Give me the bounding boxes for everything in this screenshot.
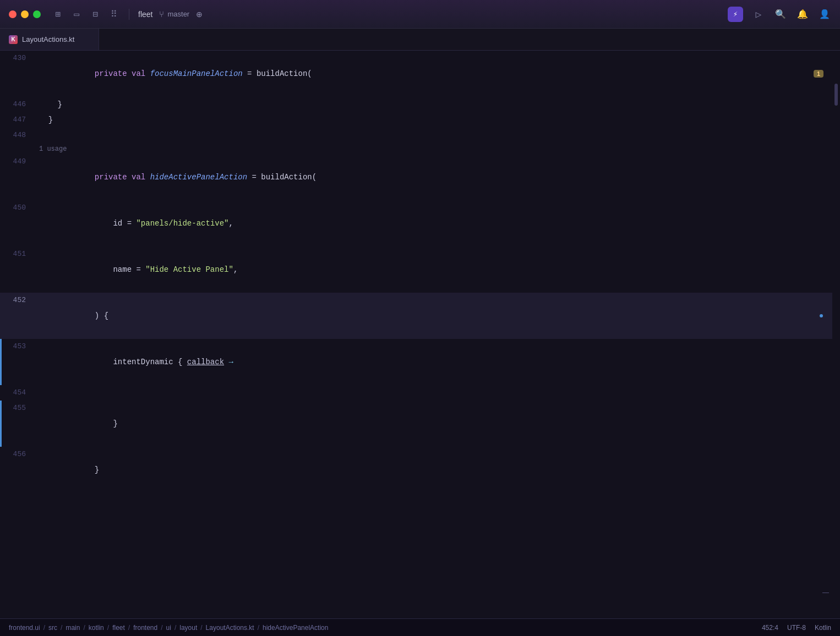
line-content: }: [37, 97, 832, 112]
run-icon[interactable]: ⚡: [728, 7, 743, 22]
line-number: 456: [2, 447, 37, 493]
line-number: 455: [2, 401, 37, 447]
bell-icon[interactable]: 🔔: [796, 8, 809, 21]
dot-indicator: [820, 314, 823, 317]
sidebar-toggle-icon[interactable]: ⊞: [52, 8, 64, 20]
breadcrumb-sep: /: [83, 624, 85, 632]
operator: =: [247, 173, 261, 182]
file-encoding: UTF-8: [787, 624, 806, 632]
search-icon[interactable]: 🔍: [774, 8, 787, 21]
table-row: 451 name = "Hide Active Panel",: [0, 246, 832, 293]
line-content: }: [37, 112, 832, 128]
breadcrumb-part: frontend.ui: [9, 624, 40, 632]
tabbar: K LayoutActions.kt: [0, 29, 840, 51]
table-row: 430 private val focusMainPanelAction = b…: [0, 51, 832, 97]
breadcrumb-sep: /: [258, 624, 259, 632]
line-number: 452: [2, 293, 37, 339]
line-content: ) {: [37, 293, 810, 339]
code-text: ) {: [95, 311, 108, 320]
brace: }: [95, 465, 99, 474]
breadcrumb-sep: /: [161, 624, 162, 632]
app-name: fleet: [138, 10, 152, 19]
panel-toggle-icon[interactable]: ▭: [70, 8, 83, 20]
line-number: 451: [2, 246, 37, 293]
scrollbar-thumb[interactable]: [834, 84, 838, 106]
breadcrumb-sep: /: [200, 624, 202, 632]
usage-badge: 1: [814, 70, 823, 78]
titlebar-separator: [129, 9, 129, 20]
keyword: private: [95, 173, 132, 182]
table-row: 456 }: [0, 447, 832, 493]
function-name: focusMainPanelAction: [150, 69, 243, 78]
breadcrumb-part: hideActivePanelAction: [263, 624, 328, 632]
table-row: 454: [0, 385, 832, 401]
line-number: 447: [2, 112, 37, 128]
file-language: Kotlin: [815, 624, 831, 632]
arrow-operator: →: [224, 358, 233, 366]
line-number: 430: [2, 51, 37, 97]
line-number: 449: [2, 154, 37, 200]
brace: }: [39, 100, 62, 109]
function-call: buildAction(: [261, 173, 317, 182]
grid-icon[interactable]: ⠿: [108, 8, 120, 20]
code-text: name =: [95, 265, 145, 274]
table-row: 455 }: [0, 401, 832, 447]
breadcrumb-part: fleet: [112, 624, 125, 632]
code-text: intentDynamic {: [95, 358, 187, 366]
cursor-position: 452:4: [762, 624, 778, 632]
statusbar: frontend.ui / src / main / kotlin / flee…: [0, 618, 840, 636]
minimize-button[interactable]: [21, 10, 29, 18]
code-text: }: [95, 419, 118, 428]
editor-container: 430 private val focusMainPanelAction = b…: [0, 51, 840, 618]
table-row: 453 intentDynamic { callback →: [0, 339, 832, 385]
code-text: id =: [95, 219, 137, 228]
branch-icon: ⑂: [159, 9, 164, 19]
string-value: "panels/hide-active": [136, 219, 228, 228]
breadcrumb-part: layout: [179, 624, 197, 632]
line-number: [2, 143, 37, 154]
branch-name: master: [167, 10, 189, 18]
function-call: buildAction(: [257, 69, 312, 78]
breadcrumb-part: LayoutActions.kt: [206, 624, 254, 632]
breadcrumb-sep: /: [128, 624, 130, 632]
user-profile-icon[interactable]: 👤: [818, 8, 831, 21]
line-content: }: [37, 401, 832, 447]
breadcrumb-sep: /: [174, 624, 176, 632]
keyword-val: val: [132, 173, 150, 182]
operator: =: [243, 69, 257, 78]
line-content: name = "Hide Active Panel",: [37, 246, 832, 293]
code-editor[interactable]: 430 private val focusMainPanelAction = b…: [0, 51, 832, 618]
breadcrumb-part: frontend: [133, 624, 157, 632]
close-button[interactable]: [9, 10, 17, 18]
comma: ,: [233, 265, 238, 274]
line-number: 448: [2, 128, 37, 143]
tab-layout-actions[interactable]: K LayoutActions.kt: [0, 29, 99, 50]
table-row: 450 id = "panels/hide-active",: [0, 200, 832, 246]
line-content: id = "panels/hide-active",: [37, 200, 832, 246]
line-number: 446: [2, 97, 37, 112]
branch-info[interactable]: ⑂ master: [159, 9, 189, 19]
scrollbar[interactable]: [832, 51, 840, 618]
breadcrumb-sep: /: [43, 624, 45, 632]
statusbar-right: 452:4 UTF-8 Kotlin: [762, 624, 831, 632]
play-icon[interactable]: ▷: [752, 8, 765, 21]
breadcrumb-sep: /: [61, 624, 62, 632]
user-info[interactable]: ⊕: [196, 10, 203, 19]
line-content: }: [37, 447, 832, 493]
table-row: 1 usage: [0, 143, 832, 154]
table-row: 452 ) {: [0, 293, 832, 339]
breadcrumb-part: src: [48, 624, 57, 632]
table-row: 448: [0, 128, 832, 143]
table-row: 447 }: [0, 112, 832, 128]
code-area: 430 private val focusMainPanelAction = b…: [0, 51, 832, 618]
line-number: 453: [2, 339, 37, 385]
layout-icon[interactable]: ⊟: [89, 8, 101, 20]
maximize-button[interactable]: [33, 10, 41, 18]
breadcrumb-sep: /: [107, 624, 109, 632]
keyword-val: val: [132, 69, 150, 78]
cursor-indicator: —: [822, 589, 829, 596]
function-name: hideActivePanelAction: [150, 173, 247, 182]
line-content: 1 usage: [37, 143, 832, 154]
brace: }: [39, 116, 53, 124]
breadcrumb-part: ui: [166, 624, 171, 632]
